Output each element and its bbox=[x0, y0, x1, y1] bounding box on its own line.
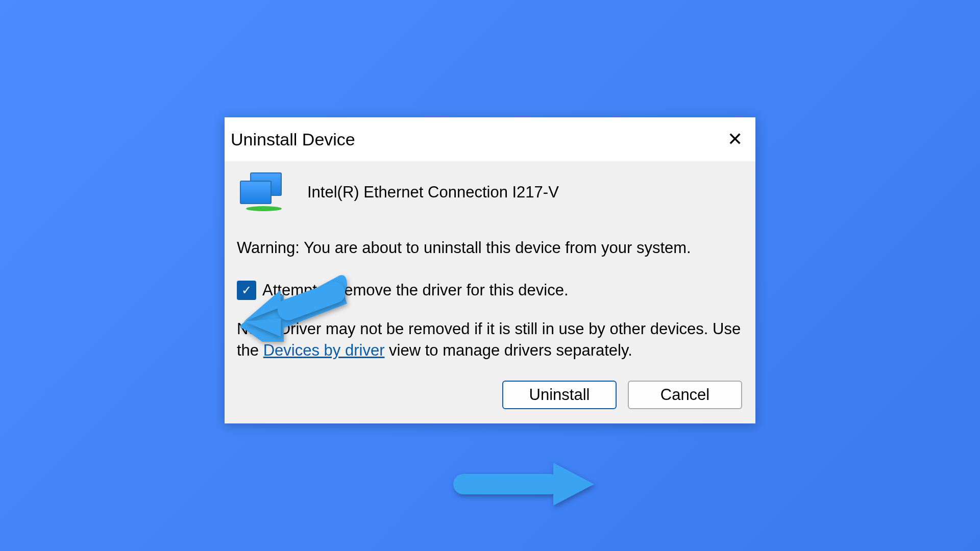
cancel-button[interactable]: Cancel bbox=[628, 381, 742, 409]
note-suffix: view to manage drivers separately. bbox=[384, 341, 632, 359]
checkmark-icon: ✓ bbox=[241, 284, 252, 296]
remove-driver-checkbox[interactable]: ✓ bbox=[237, 281, 256, 300]
note-text: Note: Driver may not be removed if it is… bbox=[237, 318, 743, 361]
dialog-title: Uninstall Device bbox=[231, 130, 355, 149]
warning-text: Warning: You are about to uninstall this… bbox=[237, 238, 743, 258]
uninstall-button[interactable]: Uninstall bbox=[502, 381, 617, 409]
network-device-icon bbox=[237, 172, 288, 212]
remove-driver-checkbox-row: ✓ Attempt to remove the driver for this … bbox=[237, 281, 743, 300]
dialog-titlebar: Uninstall Device ✕ bbox=[225, 117, 755, 161]
annotation-arrow-icon bbox=[448, 460, 596, 506]
device-name-label: Intel(R) Ethernet Connection I217-V bbox=[307, 183, 559, 202]
svg-marker-10 bbox=[553, 463, 594, 506]
svg-rect-9 bbox=[453, 474, 560, 494]
devices-by-driver-link[interactable]: Devices by driver bbox=[263, 341, 385, 359]
close-icon[interactable]: ✕ bbox=[723, 127, 747, 152]
remove-driver-checkbox-label: Attempt to remove the driver for this de… bbox=[262, 281, 569, 299]
dialog-button-row: Uninstall Cancel bbox=[237, 381, 743, 409]
device-row: Intel(R) Ethernet Connection I217-V bbox=[237, 172, 743, 212]
dialog-body: Intel(R) Ethernet Connection I217-V Warn… bbox=[225, 161, 755, 423]
uninstall-device-dialog: Uninstall Device ✕ Intel(R) Ethernet Con… bbox=[225, 117, 755, 423]
